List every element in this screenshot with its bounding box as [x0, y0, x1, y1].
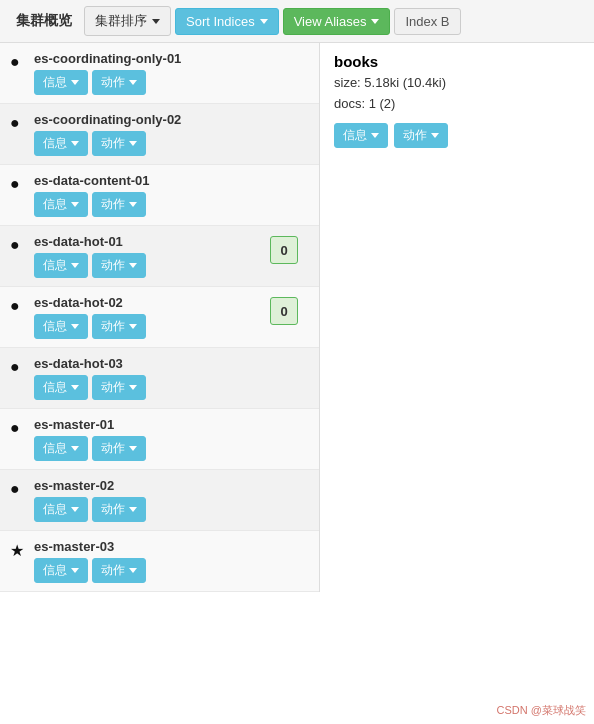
- node-action-btn[interactable]: 动作: [92, 192, 146, 217]
- shard-cell: 0: [259, 234, 309, 264]
- index-info-column: books size: 5.18ki (10.4ki) docs: 1 (2) …: [320, 43, 594, 592]
- node-action-btn[interactable]: 动作: [92, 253, 146, 278]
- node-info-caret-icon: [71, 141, 79, 146]
- node-info-btn[interactable]: 信息: [34, 436, 88, 461]
- node-info-caret-icon: [71, 385, 79, 390]
- top-nav: 集群概览 集群排序 Sort Indices View Aliases Inde…: [0, 0, 594, 43]
- shard-cell: 0: [259, 295, 309, 325]
- node-name: es-master-03: [34, 539, 309, 554]
- node-row: ★es-master-03信息 动作: [0, 531, 319, 592]
- circle-icon: ●: [10, 236, 26, 254]
- node-action-btn[interactable]: 动作: [92, 375, 146, 400]
- sort-indices-btn[interactable]: Sort Indices: [175, 8, 279, 35]
- circle-icon: ●: [10, 358, 26, 376]
- node-info-btn[interactable]: 信息: [34, 70, 88, 95]
- node-row: ●es-master-01信息 动作: [0, 409, 319, 470]
- index-action-caret-icon: [431, 133, 439, 138]
- node-info: es-data-hot-03信息 动作: [34, 356, 309, 400]
- node-name: es-data-hot-03: [34, 356, 309, 371]
- node-action-caret-icon: [129, 80, 137, 85]
- node-action-btn[interactable]: 动作: [92, 131, 146, 156]
- node-action-caret-icon: [129, 446, 137, 451]
- shard-badge: 0: [270, 297, 298, 325]
- node-action-caret-icon: [129, 385, 137, 390]
- view-aliases-btn[interactable]: View Aliases: [283, 8, 391, 35]
- main-content: ●es-coordinating-only-01信息 动作 ●es-coordi…: [0, 43, 594, 592]
- node-action-btn[interactable]: 动作: [92, 70, 146, 95]
- node-info-btn[interactable]: 信息: [34, 558, 88, 583]
- node-buttons: 信息 动作: [34, 253, 251, 278]
- circle-icon: ●: [10, 480, 26, 498]
- watermark-label: CSDN @菜球战笑: [497, 703, 586, 718]
- node-row: ●es-coordinating-only-01信息 动作: [0, 43, 319, 104]
- node-info-caret-icon: [71, 446, 79, 451]
- node-info-btn[interactable]: 信息: [34, 375, 88, 400]
- shard-badge: 0: [270, 236, 298, 264]
- circle-icon: ●: [10, 175, 26, 193]
- node-row: ●es-data-hot-02信息 动作 0: [0, 287, 319, 348]
- node-info: es-master-03信息 动作: [34, 539, 309, 583]
- node-action-btn[interactable]: 动作: [92, 436, 146, 461]
- node-action-caret-icon: [129, 263, 137, 268]
- node-info-btn[interactable]: 信息: [34, 192, 88, 217]
- node-info-caret-icon: [71, 324, 79, 329]
- node-name: es-data-hot-02: [34, 295, 251, 310]
- node-action-btn[interactable]: 动作: [92, 558, 146, 583]
- circle-icon: ●: [10, 297, 26, 315]
- node-name: es-data-hot-01: [34, 234, 251, 249]
- node-name: es-coordinating-only-01: [34, 51, 309, 66]
- node-info: es-master-02信息 动作: [34, 478, 309, 522]
- node-info-caret-icon: [71, 507, 79, 512]
- node-action-btn[interactable]: 动作: [92, 314, 146, 339]
- node-info-btn[interactable]: 信息: [34, 253, 88, 278]
- overview-label[interactable]: 集群概览: [8, 7, 80, 35]
- node-buttons: 信息 动作: [34, 192, 309, 217]
- node-info: es-data-hot-01信息 动作: [34, 234, 251, 278]
- node-info-btn[interactable]: 信息: [34, 497, 88, 522]
- index-info-caret-icon: [371, 133, 379, 138]
- node-info: es-master-01信息 动作: [34, 417, 309, 461]
- node-info-caret-icon: [71, 80, 79, 85]
- node-name: es-coordinating-only-02: [34, 112, 309, 127]
- index-docs: docs: 1 (2): [334, 94, 580, 115]
- node-info-caret-icon: [71, 263, 79, 268]
- node-row: ●es-master-02信息 动作: [0, 470, 319, 531]
- node-action-caret-icon: [129, 141, 137, 146]
- node-buttons: 信息 动作: [34, 497, 309, 522]
- node-action-btn[interactable]: 动作: [92, 497, 146, 522]
- node-buttons: 信息 动作: [34, 131, 309, 156]
- nodes-column: ●es-coordinating-only-01信息 动作 ●es-coordi…: [0, 43, 320, 592]
- circle-icon: ●: [10, 53, 26, 71]
- index-name: books: [334, 53, 580, 70]
- node-buttons: 信息 动作: [34, 436, 309, 461]
- node-row: ●es-data-hot-01信息 动作 0: [0, 226, 319, 287]
- index-size: size: 5.18ki (10.4ki): [334, 73, 580, 94]
- node-row: ●es-data-hot-03信息 动作: [0, 348, 319, 409]
- node-action-caret-icon: [129, 568, 137, 573]
- node-name: es-master-01: [34, 417, 309, 432]
- cluster-sort-caret-icon: [152, 19, 160, 24]
- node-buttons: 信息 动作: [34, 70, 309, 95]
- node-info: es-coordinating-only-01信息 动作: [34, 51, 309, 95]
- index-info-btn[interactable]: 信息: [334, 123, 388, 148]
- index-action-btn[interactable]: 动作: [394, 123, 448, 148]
- node-info-btn[interactable]: 信息: [34, 314, 88, 339]
- index-badge: Index B: [394, 8, 460, 35]
- node-buttons: 信息 动作: [34, 558, 309, 583]
- node-info: es-coordinating-only-02信息 动作: [34, 112, 309, 156]
- circle-icon: ●: [10, 114, 26, 132]
- node-buttons: 信息 动作: [34, 314, 251, 339]
- cluster-sort-btn[interactable]: 集群排序: [84, 6, 171, 36]
- node-info-btn[interactable]: 信息: [34, 131, 88, 156]
- node-info: es-data-content-01信息 动作: [34, 173, 309, 217]
- node-buttons: 信息 动作: [34, 375, 309, 400]
- node-info-caret-icon: [71, 202, 79, 207]
- index-actions: 信息 动作: [334, 123, 580, 148]
- node-name: es-data-content-01: [34, 173, 309, 188]
- node-info-caret-icon: [71, 568, 79, 573]
- node-row: ●es-data-content-01信息 动作: [0, 165, 319, 226]
- circle-icon: ●: [10, 419, 26, 437]
- view-aliases-caret-icon: [371, 19, 379, 24]
- node-action-caret-icon: [129, 324, 137, 329]
- node-action-caret-icon: [129, 202, 137, 207]
